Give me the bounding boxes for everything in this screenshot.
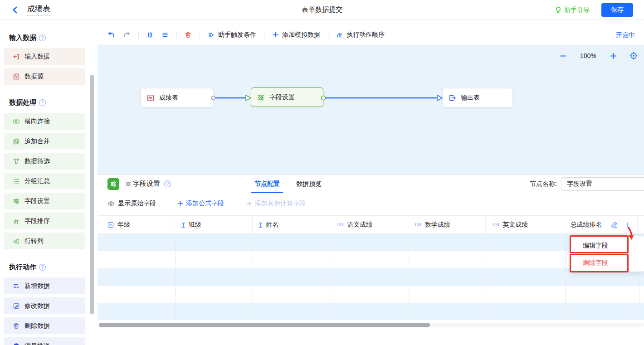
sidebar-item-data-filter[interactable]: 数据筛选	[4, 153, 85, 170]
column-header-english-score[interactable]: 123 英文成绩	[486, 216, 564, 233]
column-header-total-rank[interactable]: 总成绩排名	[564, 216, 638, 233]
back-icon[interactable]	[11, 5, 20, 15]
sidebar-item-add-data[interactable]: 新增数据	[4, 277, 85, 294]
table-cell	[487, 251, 566, 268]
sidebar-item-horizontal-join[interactable]: 横向连接	[4, 113, 85, 130]
beginner-guide-link[interactable]: 新手引导	[555, 6, 590, 14]
fit-view-icon[interactable]	[629, 52, 638, 60]
assistant-trigger-button[interactable]: 助手触发条件	[208, 31, 256, 39]
column-header-chinese-score[interactable]: 123 语文成绩	[330, 216, 408, 233]
add-formula-field-label: 添加公式字段	[186, 199, 224, 208]
zoom-level: 100%	[579, 52, 597, 59]
kebab-menu-icon[interactable]	[624, 221, 630, 228]
table-cell	[98, 303, 176, 320]
panel-title: 字段设置	[133, 180, 160, 188]
row-to-column-icon: 6	[13, 238, 20, 245]
sidebar-item-datasource[interactable]: 数据源	[4, 68, 85, 85]
node-label: 字段设置	[269, 93, 295, 102]
sidebar-item-delete-data[interactable]: 删除数据	[4, 317, 85, 334]
table-cell	[253, 251, 331, 268]
field-setting-icon	[13, 198, 20, 205]
show-original-fields-toggle[interactable]: 显示原始字段	[107, 199, 156, 208]
redo-icon[interactable]	[123, 31, 131, 39]
sidebar-item-modify-data[interactable]: 修改数据	[4, 297, 85, 314]
column-header-partial[interactable]: 123	[638, 216, 644, 233]
sidebar-section-action: 执行动作 ? 新增数据 修改数据 删除数据	[0, 263, 85, 345]
sidebar-item-label: 字段排序	[24, 217, 50, 225]
table-cell	[487, 303, 566, 320]
vertical-layout-icon[interactable]	[146, 31, 154, 39]
zoom-out-icon[interactable]	[559, 52, 567, 60]
table-cell	[98, 251, 176, 268]
table-cell	[487, 234, 566, 251]
sidebar-item-label: 新增数据	[24, 282, 50, 290]
fields-table: 年级 T 班级 T 姓名 123 语文成绩 123 数学成绩	[98, 215, 644, 320]
delete-node-icon[interactable]	[185, 31, 192, 39]
table-cell	[98, 234, 176, 251]
edit-field-icon[interactable]	[610, 221, 618, 228]
sidebar-item-label: 数据筛选	[24, 157, 50, 165]
horizontal-scrollbar-track[interactable]	[99, 323, 644, 327]
sidebar-item-field-sort[interactable]: 字段排序	[4, 213, 85, 229]
sidebar-section-input: 输入数据 ? 输入数据 数据源	[0, 34, 85, 85]
add-other-calc-field-label: 添加其他计算字段	[255, 199, 306, 208]
run-status-badge[interactable]: 开启中	[616, 25, 635, 44]
menu-item-delete-field[interactable]: 删除字段	[571, 254, 644, 271]
tab-node-config[interactable]: 节点配置	[254, 175, 280, 193]
help-icon[interactable]: ?	[39, 99, 46, 106]
sidebar-scrollbar[interactable]	[90, 75, 94, 314]
document-title[interactable]: 成绩表	[27, 4, 50, 16]
modify-data-icon	[13, 302, 20, 310]
sidebar-item-append-merge[interactable]: 追加合并	[4, 133, 85, 150]
plus-icon	[246, 200, 253, 207]
beginner-guide-label: 新手引导	[564, 6, 590, 14]
help-icon[interactable]: ?	[39, 264, 46, 271]
column-label: 班级	[189, 221, 201, 229]
number-type-icon: 123	[337, 223, 343, 227]
column-header-name[interactable]: T 姓名	[253, 216, 330, 233]
horizontal-layout-icon[interactable]	[161, 31, 169, 39]
sidebar-item-row-to-column[interactable]: 6 行转列	[4, 233, 85, 249]
table-cell	[253, 234, 331, 251]
export-icon	[448, 94, 456, 102]
column-label: 总成绩排名	[571, 221, 602, 229]
sidebar-item-message-push[interactable]: 消息推送	[4, 337, 85, 345]
field-setting-icon	[257, 93, 265, 102]
menu-item-edit-field[interactable]: 编辑字段	[571, 237, 644, 254]
table-cell	[409, 234, 487, 251]
column-header-grade[interactable]: 年级	[98, 216, 175, 233]
section-heading-label: 执行动作	[9, 263, 36, 272]
plus-icon	[272, 31, 279, 38]
column-header-class[interactable]: T 班级	[175, 216, 252, 233]
save-button[interactable]: 保存	[601, 3, 633, 17]
add-other-calc-field-button[interactable]: 添加其他计算字段	[246, 199, 306, 208]
zoom-in-icon[interactable]	[610, 52, 617, 60]
sidebar-item-input-data[interactable]: 输入数据	[4, 48, 85, 65]
add-data-icon	[13, 282, 20, 290]
table-cell	[331, 268, 409, 286]
add-formula-field-button[interactable]: 添加公式字段	[177, 199, 224, 208]
help-icon[interactable]: ?	[39, 34, 46, 41]
flow-node-output[interactable]: 输出表	[442, 88, 513, 107]
sidebar-item-field-setting[interactable]: 字段设置	[4, 193, 85, 209]
add-mock-data-button[interactable]: 添加模拟数据	[272, 31, 320, 39]
help-icon[interactable]: ?	[164, 180, 171, 187]
append-merge-icon	[13, 138, 20, 145]
table-cell	[176, 268, 253, 286]
play-icon	[208, 31, 215, 39]
flow-node-source[interactable]: 成绩表	[141, 88, 213, 107]
toolbar-divider	[176, 31, 177, 39]
horizontal-scrollbar-thumb[interactable]	[99, 323, 430, 327]
flow-node-field-setting[interactable]: 字段设置	[251, 87, 323, 107]
table-cell	[639, 303, 644, 320]
column-label: 姓名	[266, 221, 278, 229]
edge-arrow-input	[437, 95, 442, 101]
tab-data-preview[interactable]: 数据预览	[296, 175, 322, 193]
column-header-math-score[interactable]: 123 数学成绩	[408, 216, 486, 233]
flow-canvas[interactable]: 100% 成绩表 字段设置 输出表	[98, 45, 644, 175]
action-order-button[interactable]: 执行动作顺序	[336, 31, 385, 39]
delete-data-icon	[13, 322, 20, 330]
sidebar-item-group-summary[interactable]: 分组汇总	[4, 173, 85, 190]
undo-icon[interactable]	[107, 31, 115, 39]
node-name-input[interactable]	[561, 177, 644, 191]
